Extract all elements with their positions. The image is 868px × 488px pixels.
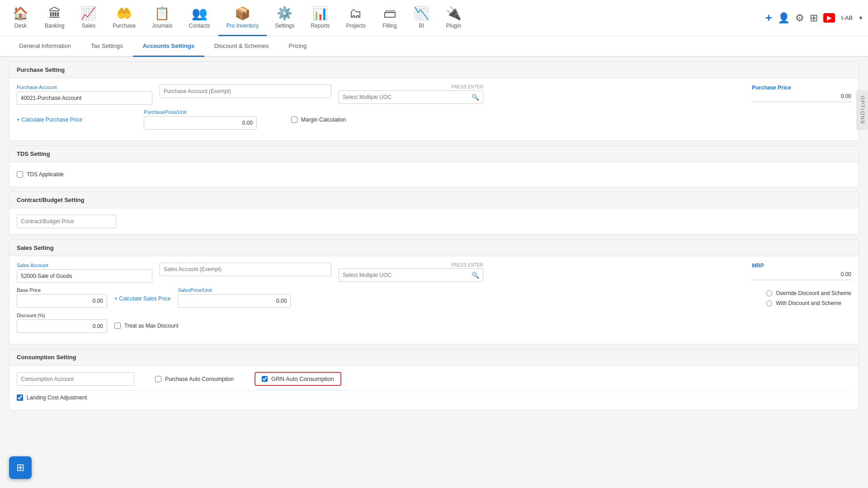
uoc-search-input[interactable]: [343, 94, 472, 100]
pro-inventory-nav-icon: 📦: [235, 6, 250, 21]
sales-uoc-search-input[interactable]: [343, 272, 472, 278]
contract-budget-body: [9, 208, 859, 235]
nav-item-projects[interactable]: 🗂Projects: [338, 0, 374, 36]
purchase-account-input[interactable]: [17, 91, 152, 105]
banking-nav-label: Banking: [45, 23, 64, 29]
sales-account-input[interactable]: [17, 269, 152, 283]
grid-icon[interactable]: ⊞: [810, 12, 818, 24]
sales-setting-header: Sales Setting: [9, 240, 859, 256]
nav-item-reports[interactable]: 📊Reports: [303, 0, 338, 36]
purchase-setting-body: Purchase Account PRESS ENTER 🔍: [9, 78, 859, 141]
purchase-account-exempt-input[interactable]: [160, 84, 331, 98]
tab-general[interactable]: General Information: [9, 36, 81, 57]
sales-account-exempt-input[interactable]: [160, 263, 331, 276]
margin-calculation-checkbox[interactable]: [291, 117, 297, 123]
press-enter-label: PRESS ENTER: [339, 84, 483, 89]
nav-item-sales[interactable]: 📈Sales: [72, 0, 104, 36]
margin-calculation-label: Margin Calculation: [301, 117, 346, 123]
tds-setting-section: TDS Setting TDS Applicable: [9, 145, 859, 187]
nav-item-journals[interactable]: 📋Journals: [144, 0, 180, 36]
tab-pricing[interactable]: Pricing: [279, 36, 317, 57]
nav-item-desk[interactable]: 🏠Desk: [5, 0, 37, 36]
consumption-setting-section: Consumption Setting Purchase Auto Consum…: [9, 349, 859, 410]
contacts-nav-label: Contacts: [189, 23, 210, 29]
nav-item-banking[interactable]: 🏛Banking: [37, 0, 72, 36]
tds-applicable-label: TDS Applicable: [27, 171, 64, 178]
tds-applicable-checkbox[interactable]: [17, 171, 23, 178]
purchase-price-group: Purchase Price 0.00: [752, 84, 851, 102]
tab-tax[interactable]: Tax Settings: [81, 36, 133, 57]
sales-uoc-search-icon[interactable]: 🔍: [472, 272, 479, 279]
consumption-account-input[interactable]: [17, 372, 134, 386]
tabs-row: General InformationTax SettingsAccounts …: [0, 36, 868, 57]
nav-item-filling[interactable]: 🗃Filling: [374, 0, 406, 36]
purchase-nav-icon: 🤲: [116, 6, 132, 21]
base-price-label: Base Price: [17, 287, 107, 293]
purchase-setting-section: Purchase Setting Purchase Account PRESS …: [9, 61, 859, 141]
contacts-nav-icon: 👥: [192, 6, 208, 21]
sales-price-unit-input[interactable]: [178, 294, 291, 308]
calculate-sales-price-btn[interactable]: + Calculate Sales Price: [114, 296, 170, 302]
purchase-account-exempt-group: [160, 84, 331, 98]
mrp-group: MRP 0.00: [752, 263, 851, 280]
override-discount-label: Override Discount and Scheme: [776, 290, 851, 296]
bi-nav-label: BI: [419, 23, 424, 29]
side-options-panel[interactable]: OPTIONS: [857, 90, 868, 130]
sales-uoc-search-field[interactable]: 🔍: [339, 268, 483, 282]
tds-applicable-group: TDS Applicable: [17, 171, 851, 178]
base-price-input[interactable]: [17, 294, 107, 308]
discount-options-group: Override Discount and Scheme With Discou…: [766, 288, 851, 308]
add-icon[interactable]: +: [765, 11, 772, 25]
purchase-auto-consumption-group: Purchase Auto Consumption: [155, 376, 234, 382]
top-navigation: 🏠Desk🏛Banking📈Sales🤲Purchase📋Journals👥Co…: [0, 0, 868, 36]
grn-auto-consumption-checkbox[interactable]: [262, 376, 268, 382]
nav-item-pro-inventory[interactable]: 📦Pro Inventory: [218, 0, 267, 36]
purchase-auto-consumption-checkbox[interactable]: [155, 376, 161, 382]
with-discount-label: With Discount and Scheme: [776, 300, 841, 306]
sales-setting-section: Sales Setting Sales Account PRESS ENTER: [9, 239, 859, 344]
with-discount-radio[interactable]: [766, 300, 772, 306]
sales-nav-label: Sales: [82, 23, 95, 29]
sales-nav-icon: 📈: [80, 6, 96, 21]
bottom-grid-button[interactable]: ⊞: [9, 456, 32, 479]
mrp-label: MRP: [752, 263, 851, 269]
projects-nav-icon: 🗂: [349, 6, 362, 21]
nav-item-contacts[interactable]: 👥Contacts: [180, 0, 218, 36]
contract-budget-header: Contract/Budget Setting: [9, 192, 859, 208]
dropdown-icon[interactable]: ▼: [858, 15, 863, 21]
purchase-account-group: Purchase Account: [17, 84, 152, 105]
landing-cost-checkbox[interactable]: [17, 394, 23, 401]
tab-discount[interactable]: Discount & Schemes: [204, 36, 279, 57]
override-discount-radio[interactable]: [766, 291, 772, 296]
nav-item-purchase[interactable]: 🤲Purchase: [104, 0, 144, 36]
reports-nav-icon: 📊: [312, 6, 328, 21]
sales-uoc-group: PRESS ENTER 🔍: [339, 263, 483, 282]
nav-item-settings[interactable]: ⚙️Settings: [267, 0, 302, 36]
calculate-purchase-price-btn[interactable]: + Calculate Purchase Price: [17, 117, 82, 123]
purchase-setting-header: Purchase Setting: [9, 62, 859, 78]
desk-nav-icon: 🏠: [13, 6, 28, 21]
discount-label: Discount (%): [17, 313, 107, 318]
purchase-price-unit-input[interactable]: [144, 116, 257, 130]
sales-account-label: Sales Account: [17, 263, 152, 268]
sales-price-unit-label: SalesPrice/Unit: [178, 287, 291, 293]
discount-group: Discount (%): [17, 313, 107, 333]
main-content: Purchase Setting Purchase Account PRESS …: [0, 57, 868, 419]
projects-nav-label: Projects: [346, 23, 366, 29]
tab-accounts[interactable]: Accounts Settings: [133, 36, 204, 57]
contract-budget-price-input[interactable]: [17, 215, 116, 228]
nav-item-bi[interactable]: 📉BI: [406, 0, 438, 36]
settings-icon[interactable]: ⚙: [795, 12, 804, 24]
tds-setting-body: TDS Applicable: [9, 162, 859, 187]
journals-nav-icon: 📋: [154, 6, 170, 21]
discount-input[interactable]: [17, 319, 107, 333]
purchase-price-unit-group: PurchasePrice/Unit: [144, 109, 257, 130]
user-icon[interactable]: 👤: [778, 12, 790, 24]
nav-item-plugin[interactable]: 🔌Plugin: [438, 0, 470, 36]
settings-nav-label: Settings: [275, 23, 294, 29]
uoc-search-icon[interactable]: 🔍: [472, 94, 479, 101]
override-discount-row: Override Discount and Scheme: [766, 290, 851, 296]
treat-max-discount-checkbox[interactable]: [114, 323, 121, 329]
landing-cost-label: Landing Cost Adjustment: [27, 394, 87, 401]
uoc-search-field[interactable]: 🔍: [339, 90, 483, 104]
